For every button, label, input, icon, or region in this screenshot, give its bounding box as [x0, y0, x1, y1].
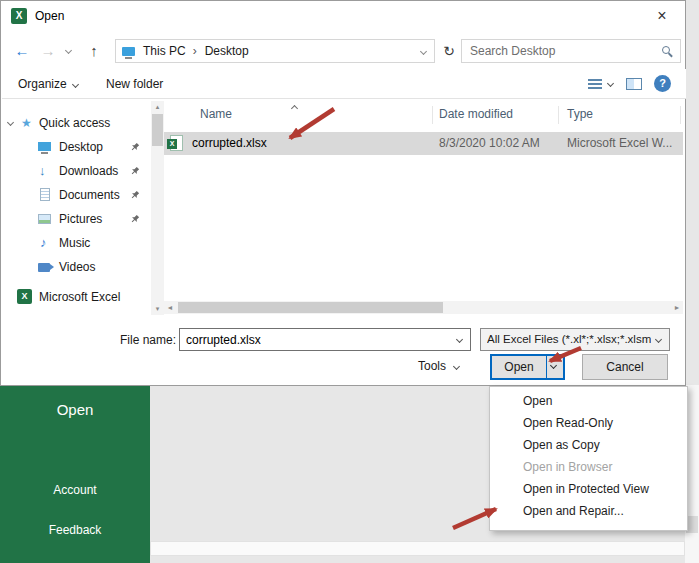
- sidebar-label: Downloads: [59, 159, 118, 183]
- tools-label: Tools: [418, 359, 446, 373]
- sidebar-item-videos[interactable]: Videos: [1, 255, 150, 279]
- file-date-modified: 8/3/2020 10:02 AM: [439, 132, 540, 155]
- open-dialog: X Open × ← → ↑ This PC › Desktop ↻ Organ…: [0, 0, 686, 386]
- organize-button[interactable]: Organize: [18, 77, 78, 91]
- chevron-down-icon: [72, 81, 79, 88]
- sidebar-item-desktop[interactable]: Desktop: [1, 135, 150, 159]
- column-divider: [680, 106, 681, 124]
- sidebar-item-downloads[interactable]: ↓ Downloads: [1, 159, 150, 183]
- scroll-right-icon[interactable]: ►: [671, 301, 683, 314]
- open-button[interactable]: Open: [492, 356, 546, 378]
- chevron-down-icon: [655, 336, 662, 343]
- excel-letter: X: [167, 139, 177, 149]
- backstage-sidebar: Open Account Feedback: [0, 385, 150, 563]
- open-dropdown-menu: Open Open Read-Only Open as Copy Open in…: [489, 386, 688, 531]
- column-header-date-modified[interactable]: Date modified: [439, 101, 513, 128]
- excel-app-icon: X: [11, 8, 27, 24]
- sidebar-item-documents[interactable]: Documents: [1, 183, 150, 207]
- file-name-dropdown-icon[interactable]: [452, 329, 470, 350]
- menu-item-open-in-protected-view[interactable]: Open in Protected View: [490, 478, 687, 500]
- up-icon[interactable]: ↑: [81, 39, 107, 63]
- file-name-label: File name:: [120, 333, 176, 347]
- pin-icon: [130, 142, 140, 152]
- music-icon: ♪: [40, 231, 47, 255]
- file-type-dropdown-icon[interactable]: [651, 329, 669, 350]
- videos-icon: [38, 263, 50, 272]
- forward-icon[interactable]: →: [35, 39, 61, 63]
- menu-item-open-read-only[interactable]: Open Read-Only: [490, 412, 687, 434]
- column-header-name[interactable]: Name: [200, 101, 232, 128]
- chevron-down-icon: [456, 336, 463, 343]
- expand-chevron-icon[interactable]: [7, 119, 14, 126]
- dialog-toolbar: Organize New folder ?: [2, 69, 686, 99]
- scroll-left-icon[interactable]: ◄: [164, 301, 176, 314]
- chevron-down-icon: [453, 363, 460, 370]
- menu-item-open-in-browser: Open in Browser: [490, 456, 687, 478]
- desktop-icon: [38, 142, 51, 151]
- list-header: Name Date modified Type: [164, 101, 683, 128]
- sidebar-label: Videos: [59, 255, 95, 279]
- sidebar-label: Documents: [59, 183, 120, 207]
- file-name-input[interactable]: [180, 329, 470, 350]
- scrollbar-thumb[interactable]: [152, 114, 163, 146]
- help-icon[interactable]: ?: [654, 75, 671, 92]
- cancel-button[interactable]: Cancel: [582, 354, 668, 380]
- sidebar-item-microsoft-excel[interactable]: X Microsoft Excel: [1, 285, 150, 309]
- sidebar-label: Microsoft Excel: [39, 285, 120, 309]
- chevron-down-icon: [607, 80, 614, 87]
- excel-letter: X: [16, 10, 23, 21]
- back-icon[interactable]: ←: [9, 39, 35, 63]
- pin-icon: [130, 214, 140, 224]
- backstage-horizontal-scrollbar[interactable]: [150, 541, 685, 556]
- backstage-item-account[interactable]: Account: [0, 483, 150, 497]
- breadcrumb-desktop[interactable]: Desktop: [205, 44, 249, 58]
- close-icon[interactable]: ×: [641, 1, 683, 31]
- chevron-down-icon: [420, 48, 427, 55]
- excel-letter: X: [21, 291, 27, 301]
- backstage-item-feedback[interactable]: Feedback: [0, 523, 150, 537]
- pin-icon: [130, 166, 140, 176]
- file-type: Microsoft Excel W...: [567, 132, 672, 155]
- excel-icon: X: [17, 289, 32, 304]
- scrollbar-thumb[interactable]: [178, 302, 443, 313]
- breadcrumb-dropdown-icon[interactable]: [416, 40, 434, 62]
- preview-pane-icon[interactable]: [626, 78, 642, 90]
- sidebar-item-music[interactable]: ♪ Music: [1, 231, 150, 255]
- backstage-item-open[interactable]: Open: [0, 401, 150, 418]
- list-horizontal-scrollbar: ◄ ►: [164, 301, 683, 314]
- menu-item-open-and-repair[interactable]: Open and Repair...: [490, 500, 687, 522]
- breadcrumb-this-pc[interactable]: This PC: [143, 44, 186, 58]
- sidebar-label: Music: [59, 231, 90, 255]
- column-header-type[interactable]: Type: [567, 101, 593, 128]
- new-folder-button[interactable]: New folder: [106, 77, 163, 91]
- sidebar-quick-access[interactable]: ★ Quick access: [1, 111, 150, 135]
- menu-item-open[interactable]: Open: [490, 390, 687, 412]
- breadcrumb: This PC › Desktop: [115, 39, 435, 63]
- chevron-down-icon: [65, 47, 72, 54]
- menu-item-open-as-copy[interactable]: Open as Copy: [490, 434, 687, 456]
- chevron-down-icon: [550, 362, 557, 369]
- open-dropdown-button[interactable]: [546, 356, 563, 378]
- refresh-icon[interactable]: ↻: [439, 39, 459, 63]
- search-input[interactable]: [462, 40, 680, 62]
- view-dropdown-icon[interactable]: [606, 77, 618, 91]
- search-icon[interactable]: [662, 46, 670, 54]
- dialog-titlebar: X Open ×: [1, 1, 685, 31]
- file-row[interactable]: X corrupted.xlsx 8/3/2020 10:02 AM Micro…: [164, 132, 683, 155]
- sidebar-label: Quick access: [39, 111, 110, 135]
- open-split-button: Open: [490, 354, 565, 380]
- change-view-icon[interactable]: [588, 79, 602, 90]
- recent-locations-dropdown-icon[interactable]: [62, 39, 78, 63]
- sidebar-label: Pictures: [59, 207, 102, 231]
- scroll-up-icon[interactable]: ▴: [151, 101, 164, 113]
- screen: Open Account Feedback X Open × ← → ↑ Thi…: [0, 0, 699, 563]
- search-box: [461, 39, 681, 63]
- scroll-down-icon[interactable]: ▾: [151, 303, 164, 315]
- tools-button[interactable]: Tools: [418, 359, 459, 373]
- dialog-title: Open: [35, 9, 64, 23]
- sort-ascending-icon[interactable]: [291, 105, 298, 112]
- sidebar-item-pictures[interactable]: Pictures: [1, 207, 150, 231]
- excel-file-icon: X: [170, 135, 183, 151]
- file-type-value: All Excel Files (*.xl*;*.xlsx;*.xlsm;: [487, 329, 651, 350]
- file-type-select[interactable]: All Excel Files (*.xl*;*.xlsx;*.xlsm;: [480, 328, 670, 351]
